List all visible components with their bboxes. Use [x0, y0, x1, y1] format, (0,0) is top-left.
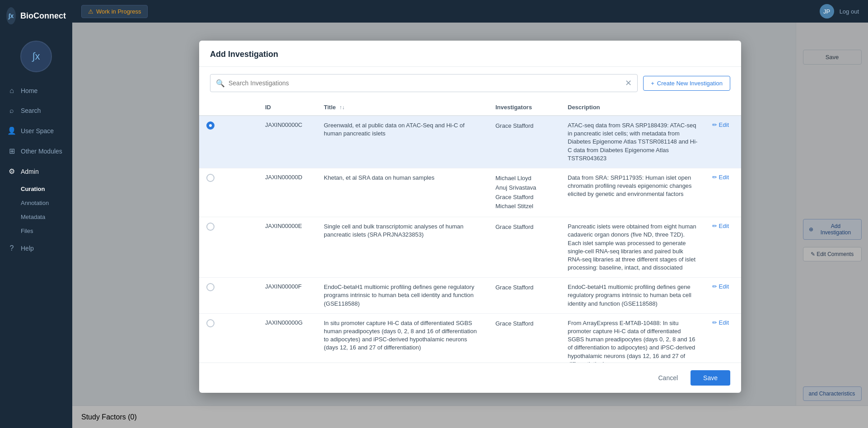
avatar: ∫x [20, 41, 52, 72]
col-header-title[interactable]: Title ↑↓ [317, 99, 488, 116]
edit-link[interactable]: ✏ Edit [712, 121, 734, 128]
edit-link[interactable]: ✏ Edit [712, 283, 734, 290]
cell-edit[interactable]: ✏ Edit [705, 116, 741, 168]
warning-icon: ⚠ [88, 8, 93, 15]
sidebar-item-user-space[interactable]: 👤 User Space [0, 121, 72, 140]
search-box: 🔍 ✕ [210, 74, 638, 92]
table-header-row: ID Title ↑↓ Investigators Description [199, 99, 741, 116]
submenu-files[interactable]: Files [14, 224, 72, 238]
sidebar-item-admin[interactable]: ⚙ Admin [0, 162, 72, 181]
cell-title: Greenwald, et al public data on ATAC-Seq… [317, 116, 488, 168]
edit-link[interactable]: ✏ Edit [712, 174, 734, 181]
sidebar-item-home[interactable]: ⌂ Home [0, 81, 72, 100]
table-row[interactable]: JAXIN00000GIn situ promoter capture Hi-C… [199, 313, 741, 363]
cell-id: JAXIN00000C [258, 116, 317, 168]
cell-title: Single cell and bulk transcriptomic anal… [317, 217, 488, 278]
topbar-right: JP Log out [820, 4, 859, 19]
cell-investigators: Grace Stafford [488, 278, 560, 314]
sidebar-item-help[interactable]: ? Help [0, 239, 72, 258]
cell-edit[interactable]: ✏ Edit [705, 168, 741, 217]
investigations-table: ID Title ↑↓ Investigators Description [199, 99, 741, 363]
search-icon: ⌕ [7, 107, 16, 115]
modal-footer: Cancel Save [199, 363, 741, 393]
logout-button[interactable]: Log out [840, 8, 859, 15]
work-in-progress-tab[interactable]: ⚠ Work in Progress [81, 5, 148, 18]
app-logo: ∫x BioConnect [0, 0, 72, 32]
modal-overlay: Add Investigation 🔍 ✕ + Create New Inves… [72, 23, 868, 428]
main-content: Save ⊕ Add Investigation ✎ Edit Comments… [72, 23, 868, 428]
investigations-table-container[interactable]: ID Title ↑↓ Investigators Description [199, 99, 741, 363]
create-investigation-button[interactable]: + Create New Investigation [643, 76, 730, 91]
col-header-actions [705, 99, 741, 116]
cell-id: JAXIN00000D [258, 168, 317, 217]
modal-header: Add Investigation [199, 41, 741, 67]
cancel-button[interactable]: Cancel [651, 371, 685, 385]
cell-title: Khetan, et al SRA data on human samples [317, 168, 488, 217]
cell-investigators: Michael Lloyd Anuj Srivastava Grace Staf… [488, 168, 560, 217]
radio-button[interactable] [206, 174, 215, 182]
edit-link[interactable]: ✏ Edit [712, 223, 734, 229]
sidebar-item-search[interactable]: ⌕ Search [0, 101, 72, 120]
cell-description: From ArrayExpress E-MTAB-10488: In situ … [560, 313, 705, 363]
cell-id: JAXIN00000F [258, 278, 317, 314]
radio-cell[interactable] [199, 278, 258, 314]
cell-investigators: Grace Stafford [488, 217, 560, 278]
user-avatar-area: ∫x [0, 32, 72, 81]
col-header-id: ID [258, 99, 317, 116]
sidebar-nav: ⌂ Home ⌕ Search 👤 User Space ⊞ Other Mod… [0, 81, 72, 258]
sidebar-item-other-modules[interactable]: ⊞ Other Modules [0, 141, 72, 161]
submenu-curation[interactable]: Curation [14, 182, 72, 196]
user-icon: 👤 [7, 126, 16, 135]
modal-save-button[interactable]: Save [691, 370, 730, 386]
table-row[interactable]: JAXIN00000ESingle cell and bulk transcri… [199, 217, 741, 278]
cell-title: In situ promoter capture Hi-C data of di… [317, 313, 488, 363]
admin-icon: ⚙ [7, 167, 16, 176]
cell-description: ATAC-seq data from SRA SRP188439: ATAC-s… [560, 116, 705, 168]
col-header-investigators: Investigators [488, 99, 560, 116]
home-icon: ⌂ [7, 87, 16, 95]
cell-description: Data from SRA: SRP117935: Human islet op… [560, 168, 705, 217]
cell-id: JAXIN00000G [258, 313, 317, 363]
table-row[interactable]: JAXIN00000DKhetan, et al SRA data on hum… [199, 168, 741, 217]
search-icon: 🔍 [216, 79, 225, 88]
radio-button[interactable] [206, 283, 215, 291]
cell-id: JAXIN00000E [258, 217, 317, 278]
clear-icon[interactable]: ✕ [625, 78, 632, 88]
search-input[interactable] [229, 79, 621, 87]
radio-cell[interactable] [199, 168, 258, 217]
modules-icon: ⊞ [7, 147, 16, 155]
logo-icon: ∫x [6, 7, 16, 24]
radio-cell[interactable] [199, 313, 258, 363]
help-icon: ? [7, 244, 16, 252]
col-header-radio [199, 99, 258, 116]
cell-edit[interactable]: ✏ Edit [705, 313, 741, 363]
cell-edit[interactable]: ✏ Edit [705, 217, 741, 278]
edit-link[interactable]: ✏ Edit [712, 319, 734, 326]
topbar: ⚠ Work in Progress JP Log out [72, 0, 868, 23]
table-row[interactable]: JAXIN00000CGreenwald, et al public data … [199, 116, 741, 168]
submenu-metadata[interactable]: Metadata [14, 210, 72, 224]
plus-icon: + [651, 80, 654, 87]
modal-title: Add Investigation [210, 50, 278, 59]
radio-cell[interactable] [199, 116, 258, 168]
app-name: BioConnect [20, 11, 66, 21]
add-investigation-modal: Add Investigation 🔍 ✕ + Create New Inves… [199, 41, 741, 393]
user-avatar-small: JP [820, 4, 834, 19]
cell-title: EndoC-betaH1 multiomic profiling defines… [317, 278, 488, 314]
sort-arrows: ↑↓ [339, 104, 345, 111]
admin-submenu: Curation Annotation Metadata Files [0, 182, 72, 238]
cell-investigators: Grace Stafford [488, 313, 560, 363]
table-row[interactable]: JAXIN00000FEndoC-betaH1 multiomic profil… [199, 278, 741, 314]
modal-search-row: 🔍 ✕ + Create New Investigation [199, 67, 741, 99]
cell-description: EndoC-betaH1 multiomic profiling defines… [560, 278, 705, 314]
radio-button[interactable] [206, 223, 215, 231]
cell-investigators: Grace Stafford [488, 116, 560, 168]
radio-button[interactable] [206, 121, 215, 130]
cell-description: Pancreatic islets were obtained from eig… [560, 217, 705, 278]
radio-button[interactable] [206, 319, 215, 327]
radio-cell[interactable] [199, 217, 258, 278]
cell-edit[interactable]: ✏ Edit [705, 278, 741, 314]
sidebar: ∫x BioConnect ∫x ⌂ Home ⌕ Search 👤 User … [0, 0, 72, 428]
col-header-description: Description [560, 99, 705, 116]
submenu-annotation[interactable]: Annotation [14, 196, 72, 210]
